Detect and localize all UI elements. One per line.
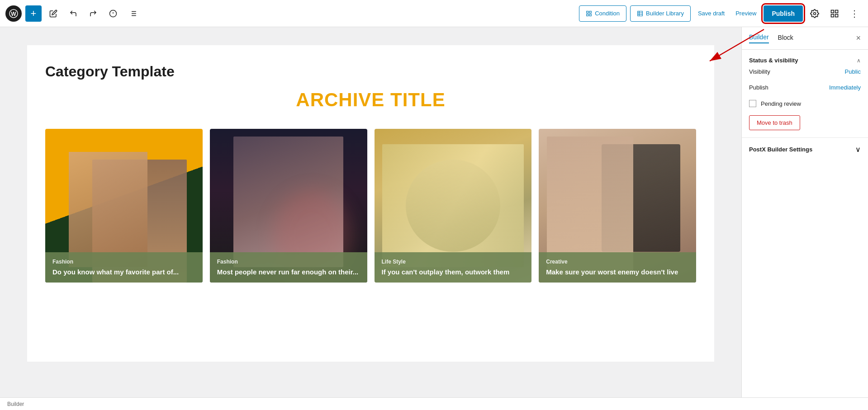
postx-chevron-icon: ∨ [855,145,861,154]
pending-review-checkbox[interactable] [749,100,756,107]
tab-block[interactable]: Block [778,33,793,43]
publish-label: Publish [772,10,795,17]
sidebar-tabs: Builder Block [749,33,793,43]
post-card[interactable]: Fashion Do you know what my favorite par… [45,129,203,283]
post-card-category: Fashion [217,259,360,265]
svg-rect-13 [587,14,588,16]
status-visibility-section: Status & visibility ∧ Visibility Public … [742,50,868,138]
svg-rect-16 [831,10,834,13]
postx-settings-title: PostX Builder Settings [749,146,812,153]
pending-review-label: Pending review [761,100,801,107]
condition-button[interactable]: Condition [579,5,626,22]
svg-rect-17 [835,10,838,13]
move-to-trash-label: Move to trash [757,119,792,126]
preview-label: Preview [735,10,756,17]
preview-button[interactable]: Preview [732,7,760,19]
post-card[interactable]: Creative Make sure your worst enemy does… [539,129,696,283]
move-to-trash-button[interactable]: Move to trash [749,115,800,130]
post-card-category: Creative [546,259,689,265]
svg-rect-18 [831,14,834,17]
save-draft-button[interactable]: Save draft [694,7,728,19]
sidebar-panel: Builder Block × Status & visibility ∧ Vi… [741,27,868,410]
wp-logo: W [5,5,22,22]
main-layout: Category Template ARCHIVE TITLE Fashion … [0,27,868,410]
svg-rect-11 [587,11,588,13]
post-card-overlay: Fashion Most people never run far enough… [210,252,367,283]
svg-rect-19 [835,14,838,17]
svg-rect-12 [589,11,591,13]
page-content: Category Template ARCHIVE TITLE Fashion … [27,45,714,362]
post-card-overlay: Life Style If you can't outplay them, ou… [375,252,532,283]
post-card-overlay: Fashion Do you know what my favorite par… [45,252,203,283]
visibility-row: Visibility Public [749,64,861,80]
post-card-title: Do you know what my favorite part of... [52,268,195,277]
settings-button[interactable] [806,5,823,22]
svg-rect-14 [589,14,591,16]
post-card-title: If you can't outplay them, outwork them [382,268,525,277]
post-card[interactable]: Fashion Most people never run far enough… [210,129,367,283]
post-card-category: Fashion [52,259,195,265]
more-options-button[interactable]: ⋮ [846,5,863,22]
postx-settings-section: PostX Builder Settings ∨ [742,138,868,161]
status-section-header[interactable]: Status & visibility ∧ [749,57,861,64]
sidebar-close-button[interactable]: × [856,33,861,43]
post-card-overlay: Creative Make sure your worst enemy does… [539,252,696,283]
toolbar-right: Condition Builder Library Save draft Pre… [579,5,863,22]
publish-row: Publish Immediately [749,80,861,95]
post-card-title: Make sure your worst enemy doesn't live [546,268,689,277]
post-card-category: Life Style [382,259,525,265]
archive-title: ARCHIVE TITLE [45,89,696,111]
info-button[interactable] [105,5,121,22]
publish-value[interactable]: Immediately [829,84,861,91]
svg-text:W: W [11,11,16,17]
pending-review-row: Pending review [749,95,861,112]
status-bar-label: Builder [7,401,24,407]
status-section-title: Status & visibility [749,57,798,64]
patterns-button[interactable] [826,5,843,22]
postx-settings-header[interactable]: PostX Builder Settings ∨ [749,145,861,154]
builder-library-label: Builder Library [646,10,684,17]
visibility-value[interactable]: Public [845,68,861,75]
redo-button[interactable] [85,5,101,22]
publish-label: Publish [749,84,768,91]
edit-icon-button[interactable] [45,5,62,22]
posts-grid: Fashion Do you know what my favorite par… [45,129,696,283]
status-chevron-icon: ∧ [857,57,861,64]
save-draft-label: Save draft [698,10,725,17]
canvas-area: Category Template ARCHIVE TITLE Fashion … [0,27,741,410]
page-title: Category Template [45,63,696,80]
status-bar: Builder [0,397,868,410]
toolbar: W + [0,0,868,27]
post-card[interactable]: Life Style If you can't outplay them, ou… [375,129,532,283]
builder-library-button[interactable]: Builder Library [630,5,691,22]
tab-builder[interactable]: Builder [749,33,769,43]
sidebar-header: Builder Block × [742,27,868,50]
visibility-label: Visibility [749,68,770,75]
undo-button[interactable] [65,5,81,22]
list-view-button[interactable] [125,5,141,22]
svg-point-15 [814,12,816,14]
post-card-title: Most people never run far enough on thei… [217,268,360,277]
add-block-button[interactable]: + [25,5,42,22]
condition-label: Condition [595,10,620,17]
publish-button[interactable]: Publish [764,5,803,22]
